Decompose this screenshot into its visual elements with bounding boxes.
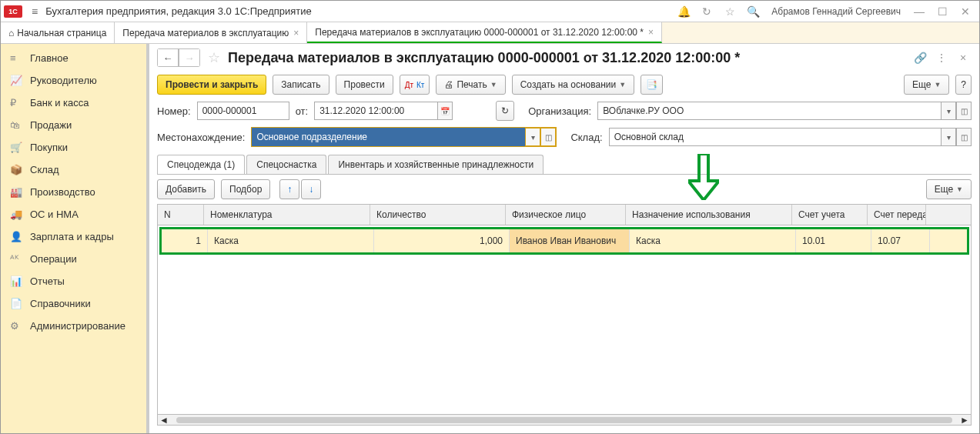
warehouse-input[interactable]: Основной склад (609, 128, 941, 146)
forward-button[interactable]: → (179, 48, 200, 67)
sidebar-item-operations[interactable]: ᴬᴷОперации (1, 248, 146, 270)
bell-icon[interactable]: 🔔 (673, 1, 694, 22)
sidebar-item-production[interactable]: 🏭Производство (1, 181, 146, 203)
sidebar-item-label: Покупки (30, 142, 68, 153)
cart-icon: 🛒 (10, 142, 22, 153)
open-icon[interactable]: ◫ (956, 128, 972, 146)
list-icon: ≡ (10, 52, 22, 64)
structure-button[interactable]: 📑 (641, 75, 663, 95)
sidebar-item-label: Администрирование (30, 320, 125, 332)
org-label: Организация: (528, 105, 591, 117)
star-icon[interactable]: ☆ (719, 1, 741, 22)
kebab-icon[interactable]: ⋮ (933, 49, 950, 66)
favorite-star-icon[interactable]: ☆ (205, 49, 223, 66)
sidebar-item-reports[interactable]: 📊Отчеты (1, 270, 146, 292)
sidebar-item-references[interactable]: 📄Справочники (1, 292, 146, 315)
cell-nomenclature: Каска (208, 229, 374, 252)
close-icon[interactable]: × (955, 49, 972, 66)
print-button[interactable]: 🖨Печать▼ (436, 75, 505, 95)
th-transfer-account[interactable]: Счет переда (868, 205, 926, 225)
number-label: Номер: (157, 105, 191, 117)
dt-kt-button[interactable]: ДтКт (400, 75, 430, 95)
close-icon[interactable]: ✕ (955, 1, 976, 22)
open-icon[interactable]: ◫ (956, 102, 972, 120)
close-icon[interactable]: × (648, 27, 654, 38)
th-quantity[interactable]: Количество (370, 205, 506, 225)
number-input[interactable]: 0000-000001 (197, 102, 289, 120)
sidebar-item-warehouse[interactable]: 📦Склад (1, 159, 146, 181)
sidebar-item-label: Продажи (30, 119, 72, 131)
th-n[interactable]: N (158, 205, 204, 225)
save-button[interactable]: Записать (273, 75, 329, 95)
sidebar-item-label: Склад (30, 164, 59, 175)
sidebar-item-sales[interactable]: 🛍Продажи (1, 114, 146, 136)
sidebar-item-hr[interactable]: 👤Зарплата и кадры (1, 225, 146, 248)
tab-1[interactable]: Передача материалов в эксплуатацию × (115, 22, 307, 43)
location-label: Местонахождение: (157, 132, 245, 143)
create-based-button[interactable]: Создать на основании▼ (512, 75, 634, 95)
location-input[interactable]: Основное подразделение (252, 128, 525, 146)
link-icon[interactable]: 🔗 (911, 49, 928, 66)
maximize-icon[interactable]: ☐ (932, 1, 953, 22)
th-person[interactable]: Физическое лицо (506, 205, 626, 225)
close-icon[interactable]: × (293, 28, 299, 38)
burger-icon[interactable]: ≡ (27, 2, 42, 21)
scroll-thumb[interactable] (176, 417, 952, 423)
printer-icon: 🖨 (444, 79, 453, 90)
back-button[interactable]: ← (157, 48, 179, 67)
app-title: Бухгалтерия предприятия, редакция 3.0 1С… (42, 5, 673, 17)
help-button[interactable]: ? (955, 75, 972, 95)
cell-n: 1 (162, 229, 208, 252)
table-row[interactable]: 1 Каска 1,000 Иванов Иван Иванович Каска… (162, 229, 967, 252)
subtab-clothing[interactable]: Спецодежда (1) (157, 155, 245, 174)
move-up-button[interactable]: ↑ (279, 179, 299, 199)
move-down-button[interactable]: ↓ (301, 179, 321, 199)
dropdown-icon[interactable]: ▾ (941, 102, 956, 120)
table-body[interactable] (158, 256, 971, 414)
scroll-right-icon[interactable]: ► (960, 415, 969, 426)
sidebar-item-label: Производство (30, 186, 95, 198)
dropdown-icon[interactable]: ▾ (525, 128, 540, 146)
horizontal-scrollbar[interactable]: ◄ ► (158, 414, 971, 425)
sidebar-item-assets[interactable]: 🚚ОС и НМА (1, 203, 146, 225)
open-icon[interactable]: ◫ (540, 128, 556, 146)
select-button[interactable]: Подбор (221, 179, 270, 199)
doc-icon: 📄 (10, 298, 22, 309)
cell-transfer-account: 10.07 (871, 229, 930, 252)
tab-home[interactable]: ⌂ Начальная страница (1, 22, 115, 43)
minimize-icon[interactable]: — (908, 1, 930, 22)
subtab-equipment[interactable]: Спецоснастка (246, 155, 326, 174)
org-input[interactable]: ВОблачке.РУ ООО (597, 102, 941, 120)
add-button[interactable]: Добавить (157, 179, 215, 199)
sidebar-item-label: ОС и НМА (30, 209, 79, 220)
history-icon[interactable]: ↻ (696, 1, 717, 22)
more-button[interactable]: Еще▼ (904, 75, 949, 95)
th-usage[interactable]: Назначение использования (626, 205, 792, 225)
bag-icon: 🛍 (10, 119, 22, 131)
sidebar-item-main[interactable]: ≡Главное (1, 47, 146, 69)
sidebar-item-manager[interactable]: 📈Руководителю (1, 69, 146, 92)
sidebar-item-label: Отчеты (30, 275, 65, 287)
user-name[interactable]: Абрамов Геннадий Сергеевич (765, 6, 907, 17)
date-input[interactable]: 31.12.2020 12:00:00 (314, 102, 437, 120)
post-button[interactable]: Провести (336, 75, 393, 95)
refresh-button[interactable]: ↻ (496, 101, 514, 121)
factory-icon: 🏭 (10, 186, 22, 198)
search-icon[interactable]: 🔍 (742, 1, 764, 22)
cell-person: Иванов Иван Иванович (510, 229, 630, 252)
sidebar-item-bank[interactable]: ₽Банк и касса (1, 92, 146, 114)
th-nomenclature[interactable]: Номенклатура (204, 205, 370, 225)
sidebar-item-label: Справочники (30, 298, 91, 309)
post-and-close-button[interactable]: Провести и закрыть (157, 75, 266, 95)
scroll-left-icon[interactable]: ◄ (159, 415, 169, 426)
subtab-inventory[interactable]: Инвентарь и хозяйственные принадлежности (328, 155, 544, 174)
more-button[interactable]: Еще▼ (926, 179, 972, 199)
tab-2-label: Передача материалов в эксплуатацию 0000-… (315, 27, 644, 38)
th-account[interactable]: Счет учета (792, 205, 868, 225)
tab-2[interactable]: Передача материалов в эксплуатацию 0000-… (307, 22, 662, 43)
calendar-icon[interactable]: 📅 (437, 102, 453, 120)
sidebar-item-label: Главное (30, 52, 69, 64)
sidebar-item-purchases[interactable]: 🛒Покупки (1, 136, 146, 159)
sidebar-item-admin[interactable]: ⚙Администрирование (1, 315, 146, 337)
dropdown-icon[interactable]: ▾ (941, 128, 956, 146)
